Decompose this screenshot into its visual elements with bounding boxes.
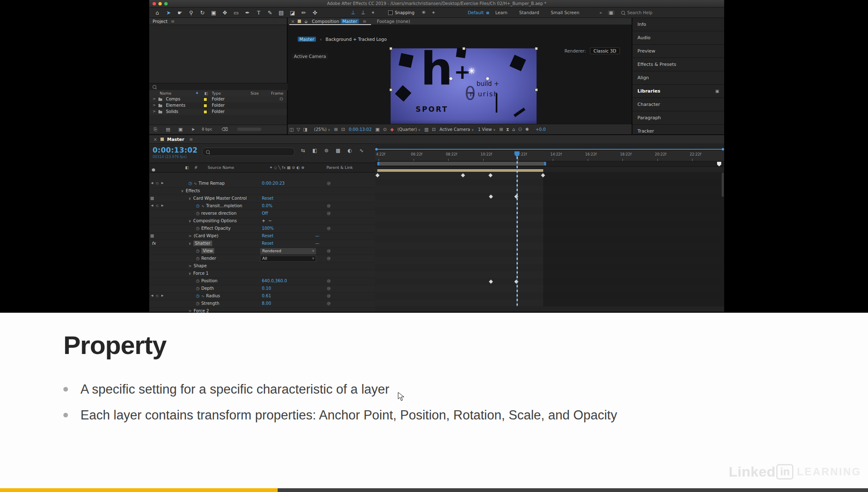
snap-edges-icon[interactable]: ✳ <box>419 10 429 15</box>
workspace-tab-standard[interactable]: Standard <box>519 10 539 15</box>
timeline-graph-area[interactable]: 4:22f06:22f08:22f10:22f12:22f14:22f16:22… <box>375 143 724 312</box>
timeline-tab-master[interactable]: Master <box>167 137 184 142</box>
property-value[interactable]: 0.10 <box>262 286 271 291</box>
snapping-checkbox[interactable] <box>388 10 393 15</box>
effect-control-point[interactable] <box>449 77 453 80</box>
project-row-solids[interactable]: >SolidsFolder <box>149 109 287 115</box>
dock-panel-character[interactable]: Character <box>632 98 724 111</box>
playhead-line[interactable] <box>517 157 518 306</box>
property-label[interactable]: Render <box>201 256 216 261</box>
orbit-camera-tool-icon[interactable]: ↻ <box>197 10 208 16</box>
footage-tab[interactable]: Footage (none) <box>377 19 410 24</box>
timeline-row-force-1[interactable]: ∨Force 1 <box>149 270 375 278</box>
graph-icon[interactable]: ∿ <box>201 294 205 298</box>
project-column-type[interactable]: Type <box>212 91 221 95</box>
pick-whip-icon[interactable]: @ <box>327 249 331 253</box>
property-label[interactable]: Transit...mpletion <box>206 203 242 208</box>
property-value[interactable]: Off <box>262 211 268 216</box>
stopwatch-icon[interactable]: ◷ <box>196 211 200 216</box>
snapping-toggle[interactable]: Snapping <box>388 10 414 15</box>
layer-handle[interactable] <box>535 88 538 91</box>
project-scroll-pill[interactable] <box>237 128 261 131</box>
next-keyframe-icon[interactable]: ▶ <box>161 294 163 297</box>
stopwatch-icon[interactable]: ◷ <box>196 301 200 306</box>
property-value[interactable]: 100% <box>262 226 274 231</box>
project-settings-icon[interactable]: ➤ <box>187 127 199 132</box>
twirl-icon[interactable]: > <box>153 109 156 113</box>
composition-mini-flowchart-icon[interactable]: ⇆ <box>297 148 309 153</box>
property-dropdown[interactable]: Rendered∨ <box>260 248 316 254</box>
show-snapshot-icon[interactable]: ⊙ <box>383 127 387 132</box>
prev-keyframe-icon[interactable]: ◀ <box>151 204 153 207</box>
hide-shy-icon[interactable]: ⊚ <box>321 148 332 153</box>
prev-keyframe-icon[interactable]: ◀ <box>151 181 153 185</box>
dock-panel-align[interactable]: Align <box>632 71 724 85</box>
local-axis-mode-icon[interactable]: ⊥ <box>348 10 358 15</box>
prev-keyframe-icon[interactable]: ◀ <box>151 294 153 297</box>
comp-panel-menu-icon[interactable]: ≡ <box>363 19 366 24</box>
composition-viewer[interactable]: Master ‹ Background + Tracked Logo Rende… <box>288 25 632 134</box>
fast-previews-icon[interactable]: ⧗ <box>506 127 509 132</box>
pan-behind-tool-icon[interactable]: ✥ <box>219 10 231 16</box>
add-keyframe-icon[interactable]: ◇ <box>156 204 158 208</box>
property-label[interactable]: Time Remap <box>198 181 225 186</box>
project-column-name[interactable]: Name <box>160 91 171 95</box>
roto-brush-tool-icon[interactable]: ✏ <box>298 10 309 16</box>
viewer-timecode[interactable]: 0:00:13:02 <box>349 127 372 132</box>
work-area-bar[interactable] <box>377 162 546 166</box>
property-value[interactable]: 0:00:20:23 <box>262 181 285 186</box>
flowchart-icon[interactable]: ⚇ <box>518 127 522 132</box>
transparency-grid-icon[interactable]: ⊡ <box>432 127 436 132</box>
snap-features-icon[interactable]: ⌖ <box>429 10 439 15</box>
twirl-icon[interactable]: ∨ <box>188 271 191 276</box>
new-folder-icon[interactable]: ▤ <box>162 127 174 132</box>
timeline-row-transit-mpletion[interactable]: ◀◇▶◷∿Transit...mpletion0.0%@ <box>149 203 375 210</box>
next-keyframe-icon[interactable]: ▶ <box>161 204 163 207</box>
breadcrumb-parent[interactable]: Background + Tracked Logo <box>326 37 387 42</box>
camera-popup[interactable]: Active Camera∨ <box>439 127 474 132</box>
timeline-row-shape[interactable]: >Shape <box>149 263 375 270</box>
twirl-icon[interactable]: ∨ <box>188 196 191 201</box>
property-label[interactable]: Card Wipe Master Control <box>193 196 247 201</box>
property-value[interactable]: 8.00 <box>262 301 271 306</box>
brush-tool-icon[interactable]: ✎ <box>264 10 276 16</box>
magnification-icon[interactable]: ▽ <box>296 127 300 132</box>
mask-visibility-icon[interactable]: ⊡ <box>341 127 345 132</box>
stopwatch-icon[interactable]: ◷ <box>196 279 200 283</box>
lock-icon[interactable]: ▪ <box>152 167 154 172</box>
property-label[interactable]: View <box>201 248 215 254</box>
close-tab-icon[interactable]: × <box>291 19 295 24</box>
dock-panel-paragraph[interactable]: Paragraph <box>632 111 724 125</box>
navigator-end-cap[interactable] <box>722 148 724 151</box>
twirl-icon[interactable]: ∨ <box>181 189 184 193</box>
timeline-row-position[interactable]: ◷Position640.0,360.0@ <box>149 278 375 285</box>
clone-stamp-tool-icon[interactable]: ▤ <box>276 10 287 16</box>
trash-icon[interactable]: ⌫ <box>221 127 228 132</box>
layer-switches-icons[interactable]: ✦ ◇ ╲ fx ▦ ⊘ ◐ ⊕ <box>269 165 304 170</box>
workspace-tab-default[interactable]: Default <box>468 10 484 15</box>
twirl-icon[interactable]: > <box>188 264 192 268</box>
snapshot-region-icon[interactable]: ◨ <box>303 127 307 132</box>
home-tool-icon[interactable]: ⌂ <box>152 10 163 16</box>
project-row-elements[interactable]: >ElementsFolder <box>149 103 287 109</box>
property-label[interactable]: Shatter <box>193 241 212 246</box>
draft-3d-icon[interactable]: ◧ <box>309 148 321 153</box>
property-value[interactable]: 0.0% <box>262 203 272 208</box>
property-label[interactable]: reverse direction <box>201 211 237 216</box>
project-column-size[interactable]: Size <box>251 91 259 95</box>
project-column-headers[interactable]: NameTypeSizeFrame Ra..▲◧ <box>149 90 287 97</box>
exposure-value[interactable]: +0.0 <box>536 127 546 132</box>
pick-whip-icon[interactable]: @ <box>327 203 331 208</box>
item-name[interactable]: Solids <box>166 109 178 114</box>
shape-tool-icon[interactable]: ▭ <box>231 10 242 16</box>
dock-panel-effects-presets[interactable]: Effects & Presets <box>632 58 724 71</box>
pick-whip-icon[interactable]: @ <box>327 181 331 185</box>
layer-handle[interactable] <box>389 47 392 50</box>
label-swatch[interactable] <box>203 110 207 114</box>
timeline-search-field[interactable] <box>202 148 295 156</box>
timeline-navigator[interactable] <box>375 149 724 150</box>
breadcrumb-active[interactable]: Master <box>298 37 316 42</box>
timeline-row-compositing-options[interactable]: ∨Compositing Options+ − <box>149 218 375 225</box>
item-name[interactable]: Comps <box>166 97 180 101</box>
label-swatch[interactable] <box>203 98 207 101</box>
